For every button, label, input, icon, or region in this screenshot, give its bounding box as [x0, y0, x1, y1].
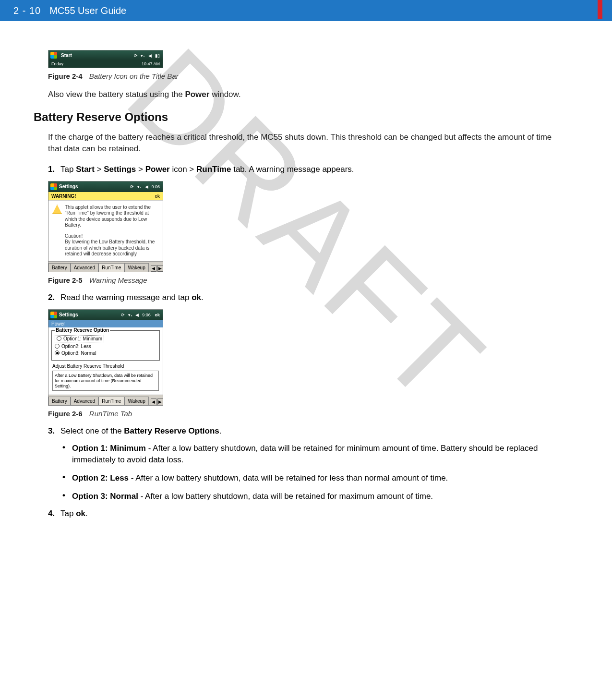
windows-flag-icon — [50, 52, 57, 59]
signal-icon: ▾ₓ — [137, 184, 142, 189]
sync-icon: ⟳ — [121, 313, 125, 317]
option-description: After a Low Battery Shutdown, data will … — [52, 371, 159, 391]
tab-runtime[interactable]: RunTime — [98, 263, 124, 272]
time-label: 9:06 — [151, 184, 160, 189]
adjust-label: Adjust Battery Reserve Threshold — [52, 363, 159, 369]
signal-icon: ▾ₓ — [141, 53, 145, 58]
doc-title: MC55 User Guide — [49, 5, 126, 16]
section-heading: Battery Reserve Options — [34, 110, 554, 124]
windows-flag-icon — [50, 183, 57, 190]
start-label: Start — [61, 53, 72, 58]
tab-advanced[interactable]: Advanced — [71, 397, 98, 405]
figure-2-5-image: Settings ⟳ ▾ₓ ◀ 9:06 WARNING! ok This ap… — [48, 181, 163, 272]
step-1: 1. Tap Start > Settings > Power icon > R… — [48, 165, 554, 174]
tab-battery[interactable]: Battery — [48, 397, 71, 405]
windows-flag-icon — [50, 312, 57, 318]
tab-advanced[interactable]: Advanced — [71, 263, 98, 272]
bullet-option-3: • Option 3: Normal - After a low battery… — [62, 491, 554, 502]
warning-text-1: This applet allows the user to extend th… — [65, 205, 159, 229]
tab-battery[interactable]: Battery — [48, 263, 71, 272]
tab-row: Battery Advanced RunTime Wakeup ◀▶ — [48, 261, 163, 272]
power-header: Power — [48, 320, 163, 327]
status-icons: ⟳ ▾ₓ ◀ ▮▯ — [133, 53, 161, 58]
battery-icon: ▮▯ — [155, 53, 160, 58]
figure-caption-text: Battery Icon on the Title Bar — [89, 72, 179, 80]
volume-icon: ◀ — [148, 53, 152, 58]
status-icons: ⟳ ▾ₓ ◀ 9:06 ok — [120, 312, 161, 317]
figure-2-6-image: Settings ⟳ ▾ₓ ◀ 9:06 ok Power Battery Re… — [48, 309, 163, 406]
time-label: 10:47 AM — [142, 61, 160, 66]
figure-2-6-caption: Figure 2-6 RunTime Tab — [48, 410, 554, 418]
screen-title: Settings — [59, 312, 78, 317]
caution-heading: Caution! — [65, 233, 159, 240]
sync-icon: ⟳ — [130, 184, 134, 189]
radio-option-2[interactable]: Option2: Less — [55, 344, 156, 349]
screen-title: Settings — [59, 184, 78, 189]
step-2: 2. Read the warning message and tap ok. — [48, 293, 554, 302]
volume-icon: ◀ — [135, 313, 139, 317]
warning-text-2: By lowering the Low Battery threshold, t… — [65, 239, 159, 257]
tab-scroll-left-icon[interactable]: ◀ — [151, 265, 156, 272]
status-icons: ⟳ ▾ₓ ◀ 9:06 — [129, 184, 161, 189]
warning-title: WARNING! — [51, 193, 76, 199]
page-number: 2 - 10 — [13, 5, 41, 16]
tab-scroll-right-icon[interactable]: ▶ — [157, 265, 163, 272]
red-edge-tab — [598, 0, 602, 19]
tab-wakeup[interactable]: Wakeup — [124, 263, 148, 272]
tab-scroll-left-icon[interactable]: ◀ — [151, 398, 156, 405]
signal-icon: ▾ₓ — [128, 313, 132, 317]
volume-icon: ◀ — [145, 184, 148, 189]
tab-row: Battery Advanced RunTime Wakeup ◀▶ — [48, 395, 163, 405]
figure-2-5-caption: Figure 2-5 Warning Message — [48, 276, 554, 284]
sync-icon: ⟳ — [134, 53, 138, 58]
bullet-option-1: • Option 1: Minimum - After a low batter… — [62, 443, 554, 466]
radio-option-1[interactable]: Option1: Minimum — [55, 335, 104, 342]
also-view-paragraph: Also view the battery status using the P… — [48, 89, 554, 101]
figure-2-4-image: Start ⟳ ▾ₓ ◀ ▮▯ Friday 10:47 AM — [48, 50, 163, 68]
tab-scroll-right-icon[interactable]: ▶ — [157, 398, 163, 405]
ok-button[interactable]: ok — [155, 193, 160, 199]
figure-label: Figure 2-4 — [48, 72, 83, 80]
figure-2-4-caption: Figure 2-4 Battery Icon on the Title Bar — [48, 72, 554, 80]
bullet-option-2: • Option 2: Less - After a low battery s… — [62, 472, 554, 484]
radio-option-3[interactable]: Option3: Normal — [55, 350, 156, 356]
page-header: 2 - 10 MC55 User Guide — [0, 0, 612, 21]
ok-button[interactable]: ok — [155, 313, 160, 317]
step-4: 4. Tap ok. — [48, 509, 554, 519]
time-label: 9:06 — [142, 313, 151, 317]
tab-runtime[interactable]: RunTime — [98, 397, 124, 405]
intro-paragraph: If the charge of the battery reaches a c… — [48, 132, 554, 155]
tab-wakeup[interactable]: Wakeup — [124, 397, 148, 405]
battery-reserve-fieldset: Battery Reserve Option Option1: Minimum … — [51, 330, 160, 361]
day-label: Friday — [51, 61, 63, 66]
warning-triangle-icon — [52, 205, 62, 214]
step-3: 3. Select one of the Battery Reserve Opt… — [48, 426, 554, 436]
